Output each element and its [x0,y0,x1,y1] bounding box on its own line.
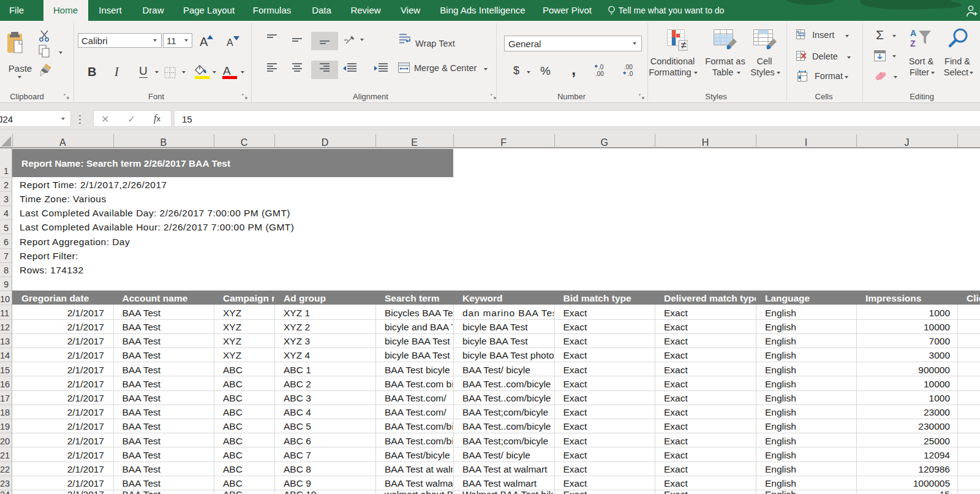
svg-text:A: A [910,28,916,38]
svg-text:Z: Z [910,39,916,48]
svg-text:.0: .0 [628,70,633,77]
svg-text:.0: .0 [598,64,604,70]
svg-text:.00: .00 [595,70,604,77]
svg-text:.00: .00 [624,64,633,70]
